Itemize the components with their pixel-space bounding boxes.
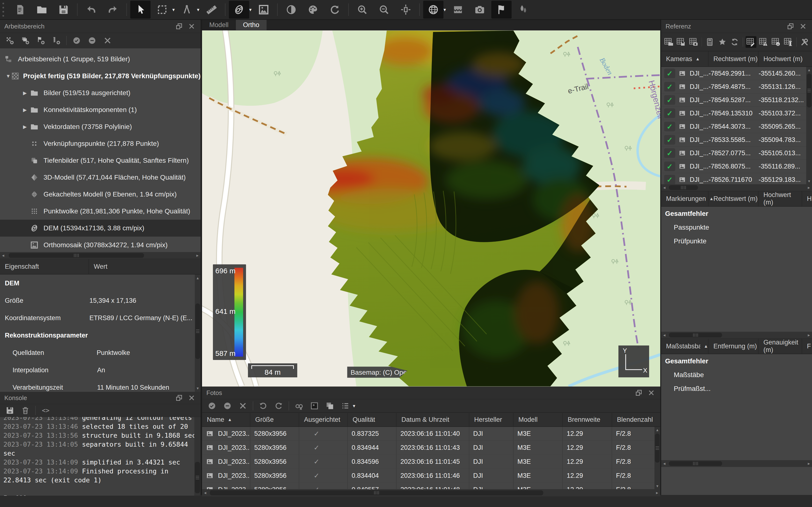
camera-row[interactable]: ✓ DJI_... -78526.8075... -355116.289...	[661, 160, 812, 173]
camera-enabled-check[interactable]: ✓	[664, 108, 675, 118]
markers-check-points-row[interactable]: Prüfpunkte	[661, 234, 812, 248]
zoom-out-button[interactable]	[374, 1, 394, 18]
photo-row[interactable]: DJI_2023... 5280x3956 ✓ 0.840557 2023:06…	[202, 483, 660, 489]
scalebars-check-scalebars-row[interactable]: Prüfmaßst...	[661, 382, 812, 395]
optimize-calculator-button[interactable]	[704, 36, 715, 48]
column-header-easting[interactable]: Rechtswert (m)	[709, 51, 759, 66]
camera-enabled-check[interactable]: ✓	[664, 122, 675, 131]
column-header-cameras[interactable]: Kameras▲	[661, 51, 709, 66]
column-header-scalebars[interactable]: Maßstabsbalke▲	[661, 339, 709, 354]
tree-item-orthomosaic[interactable]: Orthomosaik (30788x34272, 1.94 cm/pix)	[0, 237, 201, 252]
tree-item-dem[interactable]: DEM (15394x17136, 3.88 cm/pix)	[0, 220, 201, 237]
scroll-left-icon[interactable]: ◂	[661, 332, 667, 338]
column-header-aligned[interactable]: Ausgerichtet	[299, 413, 348, 427]
tab-modell[interactable]: Modell	[202, 20, 236, 30]
scalebars-total-error-row[interactable]: Gesamtfehler	[661, 354, 812, 368]
zoom-in-button[interactable]	[352, 1, 372, 18]
enable-item-button[interactable]	[70, 35, 83, 46]
map-viewport[interactable]: e-Trail Hörgenzell Boden Basemap: (C) Op…	[202, 31, 660, 387]
photos-horizontal-scrollbar[interactable]: ◂ ▸	[202, 489, 660, 496]
optimize-cameras-button[interactable]	[717, 36, 728, 48]
scalebars-scalebars-row[interactable]: Maßstäbe	[661, 368, 812, 382]
camera-row[interactable]: ✓ DJI_... -78549.4875... -355131.126...	[661, 80, 812, 94]
column-header-error-clipped[interactable]: F	[802, 339, 812, 354]
column-header-size[interactable]: Größe	[250, 413, 299, 427]
shape-markers-button[interactable]	[513, 1, 534, 18]
scroll-left-icon[interactable]: ◂	[0, 253, 6, 258]
add-photos-button[interactable]	[19, 35, 32, 46]
scalebars-horizontal-scrollbar[interactable]: ◂ ▸	[661, 460, 812, 467]
photo-row[interactable]: DJI_2023... 5280x3956 ✓ 0.837325 2023:06…	[202, 427, 660, 441]
markers-control-points-row[interactable]: Passpunkte	[661, 220, 812, 234]
select-arrow-button[interactable]	[130, 1, 151, 18]
camera-row[interactable]: ✓ DJI_... -78544.3073... -355095.265...	[661, 120, 812, 133]
measure-dropdown-caret[interactable]: ▾	[197, 7, 199, 12]
float-panel-icon[interactable]	[634, 388, 643, 397]
disable-photos-button[interactable]	[221, 400, 234, 412]
camera-enabled-check[interactable]: ✓	[664, 162, 675, 171]
tree-item-connectivity[interactable]: ▶ Konnektivitätskomponenten (1)	[0, 101, 201, 118]
column-header-value[interactable]: Wert	[89, 259, 201, 274]
palette-button[interactable]	[303, 1, 323, 18]
column-header-datetime[interactable]: Datum & Uhrzeit	[397, 413, 469, 427]
marquee-dropdown-caret[interactable]: ▾	[172, 7, 175, 12]
tree-item-depthmaps[interactable]: Tiefenbilder (517, Hohe Qualität, Sanfte…	[0, 152, 201, 169]
redo-button[interactable]	[103, 1, 123, 18]
camera-enabled-check[interactable]: ✓	[664, 175, 675, 184]
disable-item-button[interactable]	[86, 35, 99, 46]
ortho-map-canvas[interactable]: e-Trail Hörgenzell Boden Basemap: (C) Op…	[202, 31, 660, 387]
import-reference-button[interactable]	[663, 36, 674, 48]
column-header-northing[interactable]: Hochwert (m)	[759, 191, 802, 206]
update-transform-button[interactable]	[729, 36, 740, 48]
property-row[interactable]: Interpolation An	[0, 361, 201, 379]
scroll-down-icon[interactable]: ▾	[806, 179, 812, 184]
scroll-down-icon[interactable]: ▾	[195, 386, 201, 391]
column-header-maker[interactable]: Hersteller	[469, 413, 514, 427]
scroll-right-icon[interactable]: ▸	[806, 461, 812, 466]
float-panel-icon[interactable]	[786, 22, 795, 31]
property-group-row[interactable]: Rekonstruktionsparameter	[0, 327, 201, 344]
scroll-left-icon[interactable]: ◂	[661, 461, 667, 466]
column-header-distance[interactable]: Entfernung (m)	[709, 339, 759, 354]
scroll-right-icon[interactable]: ▸	[806, 332, 812, 338]
column-header-altitude-clipped[interactable]: H	[802, 191, 812, 206]
scroll-right-icon[interactable]: ▸	[806, 185, 812, 190]
tree-item-workspace-root[interactable]: Arbeitsbereich (1 Gruppe, 519 Bilder)	[0, 51, 201, 68]
column-header-fstop[interactable]: Blendenzahl	[612, 413, 654, 427]
camera-row[interactable]: ✓ DJI_... -78527.0775... -355105.013...	[661, 147, 812, 160]
convert-reference-button[interactable]	[688, 36, 699, 48]
scroll-up-icon[interactable]: ▴	[195, 276, 201, 281]
globe-basemap-button[interactable]	[423, 1, 444, 18]
save-project-button[interactable]	[53, 1, 74, 18]
flag-marker-button[interactable]	[491, 1, 512, 18]
save-log-button[interactable]	[3, 405, 16, 416]
close-panel-icon[interactable]	[647, 388, 656, 397]
undo-button[interactable]	[81, 1, 101, 18]
scroll-left-icon[interactable]: ◂	[202, 490, 208, 495]
markers-total-error-row[interactable]: Gesamtfehler	[661, 207, 812, 220]
scroll-right-icon[interactable]: ▸	[194, 253, 201, 258]
console-prompt[interactable]: In [1]:	[3, 494, 31, 496]
measure-tool-button[interactable]	[176, 1, 197, 18]
photo-row[interactable]: DJI_2023... 5280x3956 ✓ 0.834596 2023:06…	[202, 455, 660, 469]
thumbnail-view-button[interactable]	[308, 400, 321, 412]
camera-enabled-check[interactable]: ✓	[664, 82, 675, 92]
fit-view-button[interactable]	[396, 1, 416, 18]
cameras-vertical-scrollbar[interactable]: ▴ ▾	[806, 67, 812, 184]
property-row[interactable]: Quelldaten Punktwolke	[0, 344, 201, 361]
camera-row[interactable]: ✓ DJI_... -78549.5287... -355118.2132...	[661, 94, 812, 107]
collapse-arrow-icon[interactable]: ▼	[5, 73, 11, 79]
column-header-name[interactable]: Name▲	[202, 413, 250, 427]
camera-enabled-check[interactable]: ✓	[664, 68, 675, 78]
rotate-right-button[interactable]	[272, 400, 285, 412]
remove-item-button[interactable]	[101, 35, 114, 46]
tree-item-vectordata[interactable]: ▶ Vektordaten (73758 Polylinie)	[0, 118, 201, 135]
camera-enabled-check[interactable]: ✓	[664, 135, 675, 145]
seamlines-button[interactable]	[448, 1, 468, 18]
column-header-model[interactable]: Modell	[514, 413, 563, 427]
scroll-right-icon[interactable]: ▸	[654, 490, 660, 495]
camera-view-button[interactable]	[469, 1, 490, 18]
camera-row[interactable]: ✓ DJI_... -78533.5585... -355094.783...	[661, 133, 812, 147]
ruler-tool-button[interactable]	[201, 1, 221, 18]
clear-log-button[interactable]	[19, 405, 32, 416]
